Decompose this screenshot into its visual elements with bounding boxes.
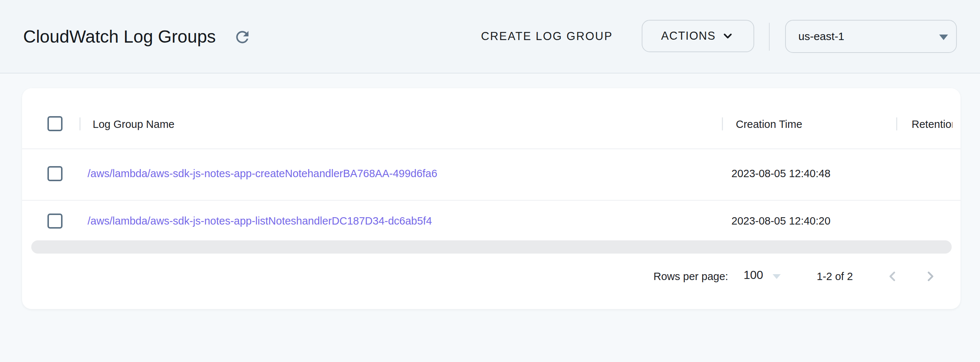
column-header-retention[interactable]: Retention xyxy=(912,117,953,131)
column-separator xyxy=(896,117,897,130)
header-divider xyxy=(769,23,770,51)
next-page-button[interactable] xyxy=(920,266,941,287)
column-header-creation-time[interactable]: Creation Time xyxy=(736,117,802,131)
rows-per-page-value: 100 xyxy=(743,268,763,282)
horizontal-scrollbar[interactable] xyxy=(31,240,952,254)
refresh-button[interactable] xyxy=(232,27,253,48)
rows-per-page-label: Rows per page: xyxy=(654,270,728,283)
creation-time-cell: 2023-08-05 12:40:48 xyxy=(732,167,830,180)
rows-per-page-select[interactable]: 100 xyxy=(741,267,786,286)
app-header: CloudWatch Log Groups CREATE LOG GROUP A… xyxy=(0,0,980,73)
creation-time-cell: 2023-08-05 12:40:20 xyxy=(732,214,830,227)
column-separator xyxy=(80,117,81,130)
dropdown-caret-icon xyxy=(939,35,948,40)
cloudwatch-log-groups-page: CloudWatch Log Groups CREATE LOG GROUP A… xyxy=(0,0,980,362)
row-checkbox[interactable] xyxy=(48,166,62,181)
region-select-value: us-east-1 xyxy=(798,30,844,43)
pagination-range: 1-2 of 2 xyxy=(817,270,853,283)
column-separator xyxy=(722,117,723,130)
chevron-down-icon xyxy=(721,29,735,43)
log-groups-card: Log Group Name Creation Time Retention /… xyxy=(22,88,961,309)
page-title: CloudWatch Log Groups xyxy=(23,26,216,48)
data-grid: Log Group Name Creation Time Retention /… xyxy=(22,88,953,239)
select-all-checkbox[interactable] xyxy=(48,116,62,131)
actions-button[interactable]: ACTIONS xyxy=(642,20,754,52)
column-header-log-group-name[interactable]: Log Group Name xyxy=(93,117,174,131)
row-divider xyxy=(22,200,961,201)
log-group-link[interactable]: /aws/lambda/aws-sdk-js-notes-app-createN… xyxy=(88,167,437,180)
refresh-icon xyxy=(233,28,251,46)
create-log-group-button[interactable]: CREATE LOG GROUP xyxy=(481,29,612,44)
chevron-left-icon xyxy=(884,268,901,285)
row-checkbox[interactable] xyxy=(48,214,62,229)
region-select[interactable]: us-east-1 xyxy=(785,20,957,53)
dropdown-caret-icon xyxy=(773,274,781,279)
chevron-right-icon xyxy=(922,268,939,285)
actions-button-label: ACTIONS xyxy=(661,29,716,43)
previous-page-button[interactable] xyxy=(882,266,903,287)
header-row-divider xyxy=(22,148,961,149)
log-group-link[interactable]: /aws/lambda/aws-sdk-js-notes-app-listNot… xyxy=(88,214,432,227)
